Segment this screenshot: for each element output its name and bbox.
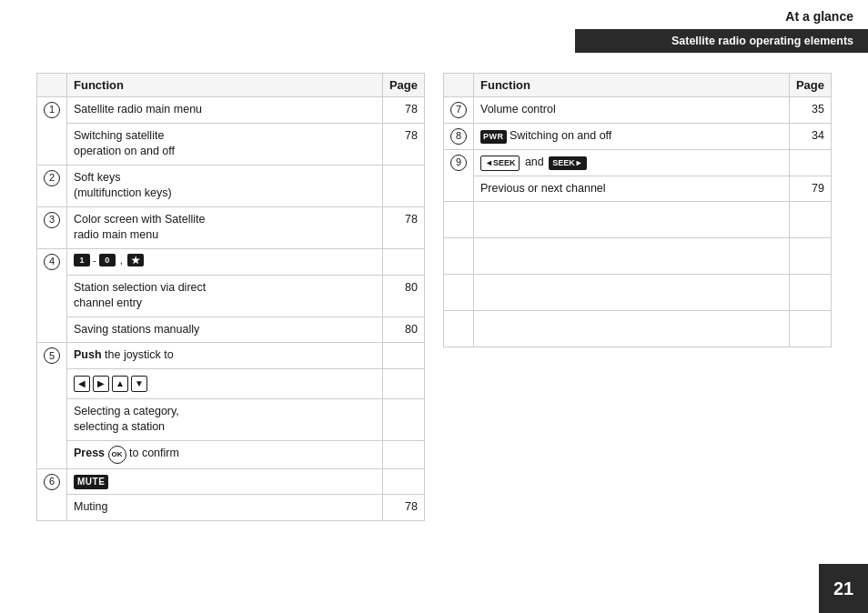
seek-forward-badge: SEEK► xyxy=(549,156,586,170)
table-row: Saving stations manually 80 xyxy=(37,317,425,343)
row-9-page-2: 79 xyxy=(789,176,831,202)
row-num-4: 4 xyxy=(37,248,67,343)
right-function-table: Function Page 7 Volume control 35 8 PWR xyxy=(443,73,832,347)
row-1-page-1: 78 xyxy=(382,97,424,124)
row-6-page-2: 78 xyxy=(382,495,424,521)
row-num-3: 3 xyxy=(37,206,67,248)
down-arrow: ▼ xyxy=(131,376,147,392)
table-row: 6 MUTE xyxy=(37,468,425,495)
row-8-page: 34 xyxy=(789,124,831,150)
joystick-arrows: ◀ ▶ ▲ ▼ xyxy=(74,376,376,392)
at-a-glance-title: At a glance xyxy=(575,0,868,29)
row-5-func-3: Press OK to confirm xyxy=(67,440,383,468)
num-0-button: 0 xyxy=(99,254,116,266)
row-4-buttons: 1 - 0 , ★ xyxy=(67,248,383,275)
row-1-func-1: Satellite radio main menu xyxy=(67,97,383,124)
row-5-arrows-page xyxy=(382,368,424,398)
table-row: 8 PWR Switching on and off 34 xyxy=(444,124,832,150)
row-8-func: PWR Switching on and off xyxy=(474,124,790,150)
pwr-badge: PWR xyxy=(480,130,507,144)
table-row-empty xyxy=(444,311,832,347)
right-col-page-header: Page xyxy=(789,74,831,97)
left-function-table: Function Page 1 Satellite radio main men… xyxy=(36,73,425,521)
mute-badge: MUTE xyxy=(74,475,108,489)
row-4-page-2: 80 xyxy=(382,275,424,317)
row-5-func-2: Selecting a category,selecting a station xyxy=(67,398,383,440)
left-arrow: ◀ xyxy=(74,376,90,392)
right-col-num-header xyxy=(444,74,474,97)
table-row: Selecting a category,selecting a station xyxy=(37,398,425,440)
table-row-empty xyxy=(444,275,832,311)
up-arrow: ▲ xyxy=(112,376,128,392)
row-5-arrows: ◀ ▶ ▲ ▼ xyxy=(67,368,383,398)
row-9-func: Previous or next channel xyxy=(474,176,790,202)
row-5-page-1 xyxy=(382,343,424,369)
row-7-page: 35 xyxy=(789,97,831,124)
main-content: Function Page 1 Satellite radio main men… xyxy=(36,73,832,558)
left-col-page-header: Page xyxy=(382,74,424,97)
row-num-5: 5 xyxy=(37,343,67,469)
row-1-page-2: 78 xyxy=(382,123,424,165)
table-row: Press OK to confirm xyxy=(37,440,425,468)
row-5-page-2 xyxy=(382,398,424,440)
table-row: 2 Soft keys(multifunction keys) xyxy=(37,165,425,206)
number-buttons-row: 1 - 0 , ★ xyxy=(74,254,376,267)
star-button: ★ xyxy=(127,254,144,266)
table-row: 1 Satellite radio main menu 78 xyxy=(37,97,425,124)
row-num-7: 7 xyxy=(444,97,474,124)
page-number: 21 xyxy=(819,564,868,613)
right-arrow: ▶ xyxy=(93,376,109,392)
row-4-func-3: Saving stations manually xyxy=(67,317,383,343)
ok-button: OK xyxy=(108,446,126,464)
table-row: 5 Push the joystick to xyxy=(37,343,425,369)
row-2-func: Soft keys(multifunction keys) xyxy=(67,165,383,206)
table-row: ◀ ▶ ▲ ▼ xyxy=(37,368,425,398)
row-num-9: 9 xyxy=(444,150,474,202)
row-9-page-1 xyxy=(789,150,831,176)
row-5-func-1: Push the joystick to xyxy=(67,343,383,369)
row-5-page-3 xyxy=(382,440,424,468)
row-num-1: 1 xyxy=(37,97,67,166)
left-col-func-header: Function xyxy=(67,74,383,97)
table-row: Previous or next channel 79 xyxy=(444,176,832,202)
row-2-page xyxy=(382,165,424,206)
row-6-mute: MUTE xyxy=(67,468,383,495)
top-header: At a glance Satellite radio operating el… xyxy=(575,0,868,53)
row-6-page-1 xyxy=(382,468,424,495)
table-row-empty xyxy=(444,202,832,238)
table-row: 3 Color screen with Satelliteradio main … xyxy=(37,206,425,248)
row-4-func-2: Station selection via directchannel entr… xyxy=(67,275,383,317)
seek-back-badge: ◄SEEK xyxy=(480,156,520,171)
right-col-func-header: Function xyxy=(474,74,790,97)
table-row: 4 1 - 0 , ★ xyxy=(37,248,425,275)
table-row: Switching satelliteoperation on and off … xyxy=(37,123,425,165)
table-row: Station selection via directchannel entr… xyxy=(37,275,425,317)
table-row: 7 Volume control 35 xyxy=(444,97,832,124)
row-3-page: 78 xyxy=(382,206,424,248)
row-6-func: Muting xyxy=(67,495,383,521)
row-num-2: 2 xyxy=(37,165,67,206)
num-1-button: 1 xyxy=(74,254,90,266)
row-num-8: 8 xyxy=(444,124,474,150)
table-row: Muting 78 xyxy=(37,495,425,521)
row-num-6: 6 xyxy=(37,468,67,520)
section-subtitle: Satellite radio operating elements xyxy=(575,29,868,53)
row-1-func-2: Switching satelliteoperation on and off xyxy=(67,123,383,165)
row-9-seek-buttons: ◄SEEK and SEEK► xyxy=(474,150,790,176)
table-row: 9 ◄SEEK and SEEK► xyxy=(444,150,832,176)
row-7-func: Volume control xyxy=(474,97,790,124)
row-3-func: Color screen with Satelliteradio main me… xyxy=(67,206,383,248)
left-col-num-header xyxy=(37,74,67,97)
row-4-page-1 xyxy=(382,248,424,275)
row-4-page-3: 80 xyxy=(382,317,424,343)
table-row-empty xyxy=(444,238,832,275)
